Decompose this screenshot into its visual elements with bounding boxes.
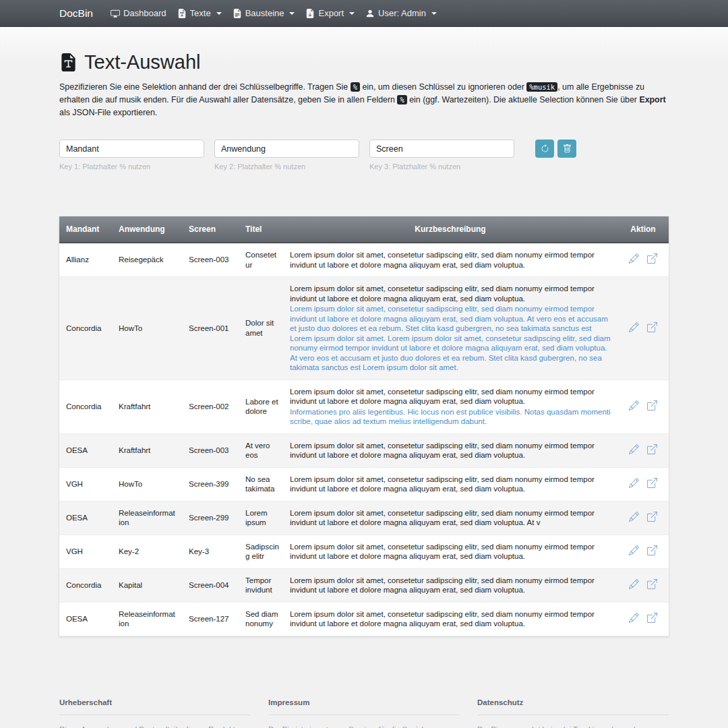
- nav-label: User: Admin: [378, 8, 426, 18]
- nav-item-export[interactable]: Export: [305, 8, 355, 18]
- pencil-icon: [629, 253, 639, 264]
- cell-titel: Sadipscing elitr: [239, 535, 283, 568]
- cell-kurzbeschreibung: Lorem ipsum dolor sit amet, consetetur s…: [283, 243, 617, 277]
- pencil-icon: [629, 322, 639, 332]
- description-text: Lorem ipsum dolor sit amet, consetetur s…: [290, 542, 611, 562]
- clear-button[interactable]: [557, 140, 576, 158]
- cell-anwendung: HowTo: [112, 277, 182, 380]
- intro-part: ein, um diesen Schlüssel zu ignorieren o…: [360, 82, 526, 92]
- cell-titel: Labore et dolore: [239, 380, 283, 433]
- cell-anwendung: Kapital: [112, 568, 182, 602]
- open-button[interactable]: [644, 253, 660, 266]
- footer-heading: Impressum: [268, 698, 460, 706]
- footer-text: DocBin ist ein externer Service, für die…: [268, 724, 460, 728]
- person-icon: [365, 9, 375, 18]
- description-text: Lorem ipsum dolor sit amet, consetetur s…: [290, 475, 611, 494]
- footer-heading: Datenschutz: [477, 698, 669, 706]
- filter-row: Key 1: Platzhalter % nutzen Key 2: Platz…: [59, 140, 669, 171]
- open-button[interactable]: [644, 478, 660, 490]
- cell-kurzbeschreibung: Lorem ipsum dolor sit amet, consetetur s…: [283, 568, 617, 602]
- display-icon: [111, 9, 120, 18]
- footer-col-impressum: Impressum DocBin ist ein externer Servic…: [268, 698, 460, 728]
- edit-button[interactable]: [626, 579, 642, 591]
- export-emphasis: Export: [639, 95, 665, 104]
- cell-aktion: [617, 467, 669, 501]
- header-kurzbeschreibung: Kurzbeschreibung: [283, 216, 617, 243]
- cell-aktion: [617, 277, 669, 380]
- table-row: AllianzReisegepäckScreen-003ConseteturLo…: [59, 243, 669, 277]
- cell-screen: Screen-127: [182, 602, 239, 636]
- cell-kurzbeschreibung: Lorem ipsum dolor sit amet, consetetur s…: [283, 380, 617, 433]
- edit-button[interactable]: [626, 253, 642, 266]
- note-text: Informationes pro aliis legentibus. Hic …: [290, 407, 611, 427]
- header-aktion: Aktion: [617, 216, 669, 243]
- cell-kurzbeschreibung: Lorem ipsum dolor sit amet, consetetur s…: [283, 433, 617, 467]
- cell-aktion: [617, 501, 669, 535]
- cell-aktion: [617, 602, 669, 636]
- edit-button[interactable]: [626, 613, 642, 625]
- key2-hint: Key 2: Platzhalter % nutzen: [214, 162, 359, 171]
- percent-badge: %: [351, 82, 360, 92]
- open-button[interactable]: [644, 512, 660, 524]
- cell-mandant: VGH: [59, 535, 112, 568]
- results-table: Mandant Anwendung Screen Titel Kurzbesch…: [59, 216, 669, 636]
- key1-hint: Key 1: Platzhalter % nutzen: [59, 162, 204, 171]
- external-link-icon: [647, 512, 657, 522]
- footer-col-urheberschaft: Urheberschaft Diese Anwendung und Bestan…: [59, 698, 251, 728]
- footer-text: Diese Anwendung und Bestandteile dieses …: [59, 724, 251, 728]
- edit-button[interactable]: [626, 444, 642, 456]
- open-button[interactable]: [644, 322, 660, 334]
- cell-aktion: [617, 243, 669, 277]
- nav-item-bausteine[interactable]: Bausteine: [233, 8, 295, 18]
- edit-button[interactable]: [626, 400, 642, 413]
- table-row: OESAKraftfahrtScreen-003At vero eosLorem…: [59, 433, 669, 467]
- cell-aktion: [617, 568, 669, 602]
- table-row: VGHHowToScreen-399No sea takimataLorem i…: [59, 467, 669, 501]
- refresh-button[interactable]: [535, 140, 554, 158]
- cell-anwendung: HowTo: [112, 467, 182, 501]
- open-button[interactable]: [644, 400, 660, 413]
- caret-down-icon: [216, 12, 222, 15]
- text-file-icon: [59, 53, 78, 71]
- cell-anwendung: Reisegepäck: [112, 243, 182, 277]
- open-button[interactable]: [644, 545, 660, 557]
- open-button[interactable]: [644, 444, 660, 456]
- mandant-input[interactable]: [59, 140, 204, 158]
- open-button[interactable]: [644, 579, 660, 591]
- filter-group-key2: Key 2: Platzhalter % nutzen: [214, 140, 359, 171]
- open-button[interactable]: [644, 613, 660, 625]
- nav-item-texte[interactable]: Texte: [177, 8, 222, 18]
- edit-button[interactable]: [626, 512, 642, 524]
- description-text: Lorem ipsum dolor sit amet, consetetur s…: [290, 387, 611, 406]
- external-link-icon: [647, 478, 657, 488]
- divider: [59, 715, 251, 715]
- cell-screen: Screen-001: [182, 277, 239, 380]
- external-link-icon: [647, 253, 657, 264]
- intro-part: ein (ggf. Wartezeiten). Die aktuelle Sel…: [407, 95, 640, 104]
- cell-kurzbeschreibung: Lorem ipsum dolor sit amet, consetetur s…: [283, 535, 617, 568]
- nav-item-user[interactable]: User: Admin: [365, 8, 437, 18]
- page-footer: Urheberschaft Diese Anwendung und Bestan…: [59, 698, 669, 728]
- percent-musik-badge: %musik: [526, 82, 557, 92]
- pencil-icon: [629, 444, 639, 454]
- edit-button[interactable]: [626, 545, 642, 557]
- anwendung-input[interactable]: [214, 140, 359, 158]
- edit-button[interactable]: [626, 322, 642, 334]
- intro-text: Spezifizieren Sie eine Selektion anhand …: [59, 81, 669, 119]
- cell-anwendung: Kraftfahrt: [112, 433, 182, 467]
- cell-screen: Screen-002: [182, 380, 239, 433]
- screen-input[interactable]: [369, 140, 514, 158]
- pencil-icon: [629, 512, 639, 522]
- cell-mandant: OESA: [59, 433, 112, 467]
- brand-logo[interactable]: DocBin: [59, 7, 93, 20]
- external-link-icon: [647, 613, 657, 623]
- description-text: Lorem ipsum dolor sit amet, consetetur s…: [290, 508, 611, 528]
- nav-item-dashboard[interactable]: Dashboard: [111, 8, 166, 18]
- description-text: Lorem ipsum dolor sit amet, consetetur s…: [290, 609, 611, 629]
- caret-down-icon: [349, 12, 355, 15]
- key3-hint: Key 3: Platzhalter % nutzen: [369, 162, 514, 171]
- pencil-icon: [629, 579, 639, 589]
- page-title: Text-Auswahl: [59, 27, 669, 73]
- cell-titel: Dolor sit amet: [239, 277, 283, 380]
- edit-button[interactable]: [626, 478, 642, 490]
